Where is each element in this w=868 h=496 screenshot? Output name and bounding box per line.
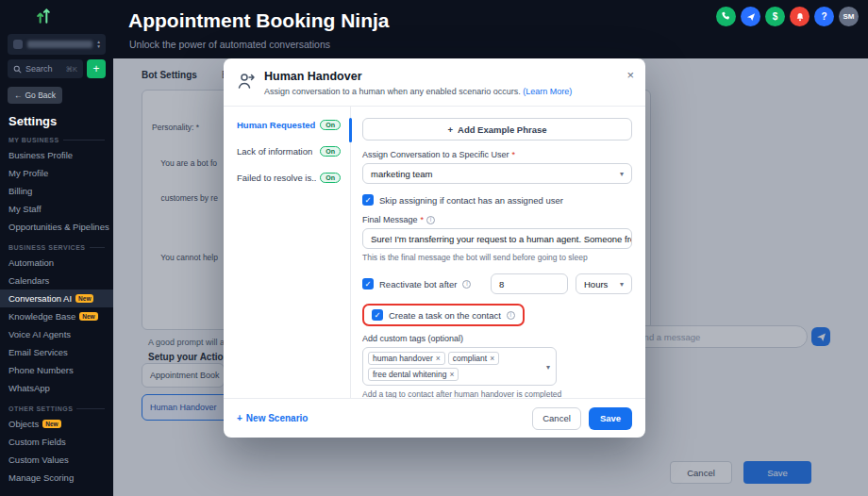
tag-chip: free dental whitening ×	[368, 368, 459, 381]
chevron-down-icon: ▾	[620, 280, 624, 289]
dialer-button[interactable]	[716, 7, 736, 26]
tag-label: human handover	[373, 354, 433, 363]
sidebar-item-manage-scoring[interactable]: Manage Scoring	[0, 469, 113, 487]
checkbox-checked[interactable]: ✓	[362, 194, 374, 206]
scenario-human-requested[interactable]: Human Requested On	[237, 120, 341, 130]
save-button[interactable]: Save	[589, 407, 632, 430]
custom-tags-input[interactable]: human handover × compliant × free dental…	[362, 347, 557, 386]
create-task-checkbox[interactable]: ✓	[372, 309, 383, 321]
sidebar-item-custom-fields[interactable]: Custom Fields	[0, 433, 113, 451]
go-back-button[interactable]: ← Go Back	[8, 87, 62, 104]
sidebar-item-my-staff[interactable]: My Staff	[0, 200, 113, 218]
chevron-down-icon: ▾	[620, 170, 624, 178]
help-button[interactable]: ?	[814, 7, 834, 26]
human-handover-icon	[237, 72, 256, 91]
skip-assigning-checkbox[interactable]: ✓ Skip assigning if contact has an assig…	[362, 194, 632, 206]
sidebar-item-conversation-ai[interactable]: Conversation AINew	[0, 289, 113, 307]
add-button[interactable]: +	[87, 59, 106, 78]
sidebar-item-my-profile[interactable]: My Profile	[0, 164, 113, 182]
learn-more-link[interactable]: (Learn More)	[523, 87, 572, 96]
sidebar-item-label: Automation	[8, 257, 54, 268]
create-task-label: Create a task on the contact	[389, 310, 501, 321]
sidebar-item-whatsapp[interactable]: WhatsApp	[0, 379, 113, 397]
tag-remove-icon[interactable]: ×	[449, 370, 454, 379]
account-avatar	[13, 40, 23, 49]
sidebar-item-custom-values[interactable]: Custom Values	[0, 451, 113, 469]
cancel-button[interactable]: Cancel	[532, 407, 581, 430]
scenario-label: Failed to resolve is...	[237, 173, 316, 183]
search-shortcut: ⌘K	[65, 65, 77, 74]
search-input[interactable]: Search ⌘K	[8, 59, 83, 78]
scenario-failed-to-resolve[interactable]: Failed to resolve is... On	[237, 173, 341, 183]
sidebar-item-objects[interactable]: ObjectsNew	[0, 415, 113, 433]
scenario-label: Human Requested	[237, 120, 315, 130]
final-message-input[interactable]: Sure! I'm transferring your request to a…	[362, 228, 632, 249]
add-example-phrase-button[interactable]: + Add Example Phrase	[362, 118, 632, 141]
tag-chip: human handover ×	[368, 352, 445, 365]
final-message-label: Final Message	[362, 215, 418, 224]
info-icon: i	[426, 216, 435, 224]
arrow-left-icon: ←	[14, 91, 23, 100]
sidebar-item-business-profile[interactable]: Business Profile	[0, 146, 113, 164]
sidebar: ▴▾ Search ⌘K + ← Go Back Settings MY BUS…	[0, 0, 113, 496]
reactivate-hours-input[interactable]: 8	[491, 273, 568, 294]
dollar-icon: $	[773, 11, 778, 22]
go-back-label: Go Back	[25, 91, 56, 100]
tag-label: compliant	[453, 354, 487, 363]
new-badge: New	[42, 420, 60, 429]
sidebar-item-email-services[interactable]: Email Services	[0, 343, 113, 361]
scenario-toggle-on[interactable]: On	[320, 146, 341, 157]
modal-title: Human Handover	[264, 70, 572, 83]
avatar[interactable]: SM	[839, 7, 859, 26]
add-example-phrase-label: Add Example Phrase	[458, 124, 547, 135]
sidebar-item-phone-numbers[interactable]: Phone Numbers	[0, 361, 113, 379]
settings-title: Settings	[8, 114, 105, 128]
top-bar: Appointment Booking Ninja Unlock the pow…	[113, 0, 868, 58]
sidebar-item-label: Opportunities & Pipelines	[8, 222, 109, 232]
annotation-highlight: ✓ Create a task on the contact i	[362, 304, 525, 326]
human-handover-dialog: Human Handover Assign conversation to a …	[224, 58, 645, 438]
section-label-other-settings: OTHER SETTINGS	[8, 405, 105, 412]
checkbox-checked[interactable]: ✓	[362, 278, 374, 289]
rocket-icon	[746, 12, 756, 22]
account-switcher[interactable]: ▴▾	[8, 34, 106, 55]
sidebar-item-knowledge-base[interactable]: Knowledge BaseNew	[0, 307, 113, 325]
sidebar-item-label: Business Profile	[8, 150, 73, 160]
skip-assigning-label: Skip assigning if contact has an assigne…	[379, 195, 563, 206]
sidebar-item-opportunities-pipelines[interactable]: Opportunities & Pipelines	[0, 218, 113, 236]
sidebar-item-label: Knowledge Base	[8, 311, 75, 322]
sidebar-item-label: WhatsApp	[8, 383, 50, 393]
close-button[interactable]: ×	[626, 68, 634, 82]
sidebar-item-voice-ai-agents[interactable]: Voice AI Agents	[0, 325, 113, 343]
chevron-down-icon: ▾	[546, 362, 550, 371]
scenario-toggle-on[interactable]: On	[320, 120, 341, 130]
phone-icon	[721, 11, 731, 22]
required-asterisk: *	[421, 215, 425, 224]
tag-remove-icon[interactable]: ×	[436, 354, 441, 363]
sidebar-item-label: Objects	[8, 419, 39, 429]
rewards-button[interactable]: $	[765, 7, 785, 26]
required-asterisk: *	[512, 150, 516, 159]
scenario-toggle-on[interactable]: On	[320, 173, 341, 183]
new-badge: New	[79, 312, 97, 322]
help-icon: ?	[821, 11, 826, 22]
tag-remove-icon[interactable]: ×	[490, 354, 494, 363]
scenario-lack-of-information[interactable]: Lack of information On	[237, 146, 341, 157]
reactivate-unit-value: Hours	[584, 279, 620, 289]
account-switcher-chevrons-icon: ▴▾	[97, 40, 100, 49]
reactivate-bot-checkbox[interactable]: ✓ Reactivate bot after i	[362, 278, 483, 289]
sidebar-item-billing[interactable]: Billing	[0, 182, 113, 200]
bell-icon	[795, 12, 805, 22]
reactivate-unit-select[interactable]: Hours ▾	[576, 273, 632, 294]
launchpad-button[interactable]	[741, 7, 760, 26]
new-scenario-label: New Scenario	[246, 413, 309, 423]
notifications-button[interactable]	[790, 7, 810, 26]
plus-icon: +	[92, 62, 99, 75]
new-scenario-button[interactable]: + New Scenario	[237, 413, 308, 423]
sidebar-item-calendars[interactable]: Calendars	[0, 272, 113, 289]
search-icon	[13, 65, 22, 74]
assign-user-select[interactable]: marketing team ▾	[362, 163, 632, 184]
tag-chip: compliant ×	[448, 352, 499, 365]
check-icon: ✓	[364, 196, 371, 205]
sidebar-item-automation[interactable]: Automation	[0, 254, 113, 272]
